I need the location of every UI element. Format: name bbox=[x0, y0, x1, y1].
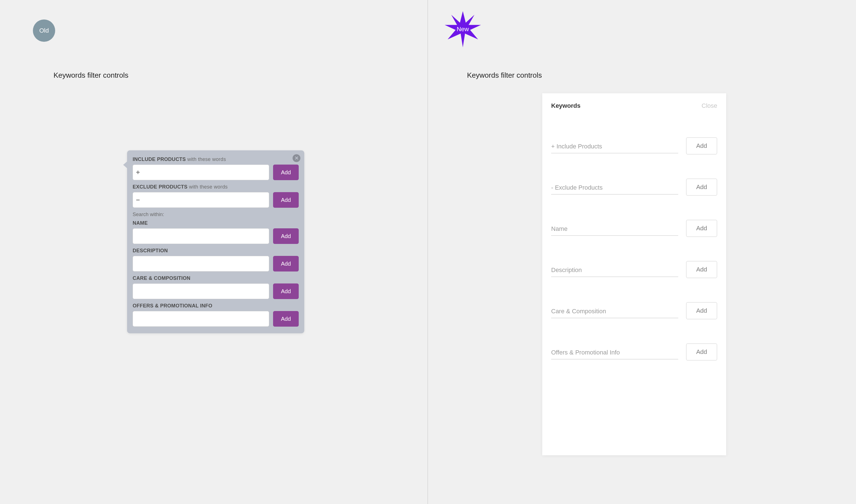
description-input[interactable] bbox=[133, 256, 269, 271]
exclude-add-button[interactable]: Add bbox=[273, 192, 299, 208]
care-composition-label: CARE & COMPOSITION bbox=[133, 275, 299, 281]
search-within-label: Search within: bbox=[133, 212, 299, 217]
exclude-products-label: EXCLUDE PRODUCTS with these words bbox=[133, 184, 299, 190]
exclude-products-input[interactable] bbox=[133, 192, 269, 208]
minus-icon: − bbox=[136, 196, 140, 204]
exclude-products-field[interactable]: - Exclude Products bbox=[551, 184, 678, 195]
name-label: NAME bbox=[133, 220, 299, 226]
description-field[interactable]: Description bbox=[551, 267, 678, 277]
description-add-button[interactable]: Add bbox=[273, 256, 299, 271]
care-composition-add-button[interactable]: Add bbox=[273, 284, 299, 299]
section-title-new: Keywords filter controls bbox=[467, 71, 542, 79]
exclude-products-add-button[interactable]: Add bbox=[686, 179, 717, 196]
new-keywords-panel: Keywords Close + Include Products Add - … bbox=[542, 93, 726, 455]
panel-title: Keywords bbox=[551, 102, 580, 109]
name-add-button[interactable]: Add bbox=[686, 220, 717, 237]
description-label: DESCRIPTION bbox=[133, 248, 299, 254]
new-badge-label: New bbox=[457, 25, 469, 33]
description-add-button[interactable]: Add bbox=[686, 261, 717, 278]
offers-promo-input[interactable] bbox=[133, 311, 269, 327]
name-field[interactable]: Name bbox=[551, 225, 678, 236]
close-icon[interactable]: ✕ bbox=[293, 154, 300, 162]
offers-promo-label: OFFERS & PROMOTIONAL INFO bbox=[133, 303, 299, 309]
care-composition-input[interactable] bbox=[133, 284, 269, 299]
plus-icon: + bbox=[136, 168, 140, 176]
old-badge-label: Old bbox=[39, 27, 49, 34]
include-products-add-button[interactable]: Add bbox=[686, 137, 717, 155]
name-add-button[interactable]: Add bbox=[273, 228, 299, 244]
care-composition-field[interactable]: Care & Composition bbox=[551, 308, 678, 318]
offers-promo-add-button[interactable]: Add bbox=[686, 343, 717, 361]
include-add-button[interactable]: Add bbox=[273, 165, 299, 180]
include-products-input[interactable] bbox=[133, 165, 269, 180]
include-products-field[interactable]: + Include Products bbox=[551, 143, 678, 154]
care-composition-add-button[interactable]: Add bbox=[686, 302, 717, 319]
close-button[interactable]: Close bbox=[702, 102, 717, 109]
old-keywords-panel: ✕ INCLUDE PRODUCTS with these words + Ad… bbox=[127, 150, 304, 333]
include-products-label: INCLUDE PRODUCTS with these words bbox=[133, 157, 299, 162]
new-badge: New bbox=[445, 11, 481, 47]
section-title-old: Keywords filter controls bbox=[53, 71, 128, 79]
offers-promo-field[interactable]: Offers & Promotional Info bbox=[551, 349, 678, 359]
old-badge: Old bbox=[33, 19, 55, 42]
name-input[interactable] bbox=[133, 228, 269, 244]
offers-promo-add-button[interactable]: Add bbox=[273, 311, 299, 327]
